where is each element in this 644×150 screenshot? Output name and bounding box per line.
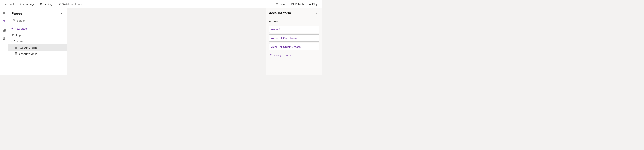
sidebar-item-account-view-label: Account view (19, 52, 37, 56)
sidebar-title: Pages (11, 12, 22, 16)
sidebar-tree: App ▾ Account Account form (8, 32, 67, 75)
form-item-account-quick-create[interactable]: Account Quick Create ⋮ (269, 43, 319, 50)
grid-icon (15, 52, 18, 56)
topbar-right: Save Publish ▶ Play (274, 2, 320, 7)
chevron-down-icon: ▾ (11, 40, 12, 43)
publish-button[interactable]: Publish (289, 2, 306, 7)
form-item-main-form[interactable]: main form ⋮ (269, 26, 319, 33)
sidebar: Pages × + New page (8, 9, 67, 75)
sidebar-item-account-group[interactable]: ▾ Account (8, 38, 67, 45)
rail-hamburger-icon[interactable] (1, 10, 8, 17)
save-icon (276, 2, 278, 6)
sidebar-item-app-label: App (16, 34, 21, 37)
back-button[interactable]: ← Back (2, 2, 17, 7)
form-item-account-card-form[interactable]: Account Card form ⋮ (269, 34, 319, 42)
right-panel-header: Account form › (266, 9, 322, 18)
svg-rect-26 (15, 54, 16, 55)
switch-icon: ↗ (58, 3, 61, 6)
svg-rect-7 (3, 21, 5, 23)
switch-to-classic-button[interactable]: ↗ Switch to classic (56, 2, 84, 7)
sidebar-item-account-label: Account (14, 40, 25, 43)
svg-rect-27 (16, 54, 17, 55)
sidebar-item-account-view[interactable]: Account view (8, 51, 67, 57)
rail-components-icon[interactable] (1, 27, 8, 34)
main-layout: Pages × + New page (0, 9, 322, 75)
form-item-account-card-form-menu-button[interactable]: ⋮ (313, 36, 317, 40)
search-box (11, 18, 64, 24)
form-item-main-form-menu-button[interactable]: ⋮ (313, 28, 317, 31)
svg-line-16 (15, 21, 15, 21)
app-icon (11, 33, 14, 37)
save-button[interactable]: Save (274, 2, 288, 7)
right-panel-body: Forms main form ⋮ Account Card form ⋮ Ac… (266, 18, 322, 60)
svg-rect-25 (16, 53, 17, 54)
svg-rect-11 (4, 29, 6, 30)
svg-rect-17 (12, 34, 14, 36)
svg-rect-12 (3, 30, 4, 32)
svg-rect-20 (15, 46, 17, 49)
plus-icon: + (11, 27, 13, 30)
search-input[interactable] (17, 19, 62, 22)
forms-section-label: Forms (269, 20, 319, 23)
topbar: ← Back + New page ⚙ Settings ↗ Switch to… (0, 0, 322, 9)
right-panel-title: Account form (269, 11, 291, 15)
right-panel-expand-button[interactable]: › (314, 11, 319, 16)
back-arrow-icon: ← (4, 3, 8, 6)
publish-icon (291, 2, 294, 6)
sidebar-close-button[interactable]: × (59, 11, 64, 16)
sidebar-item-app[interactable]: App (8, 32, 67, 38)
gear-icon: ⚙ (40, 3, 42, 6)
svg-rect-24 (15, 53, 16, 54)
rail-data-icon[interactable] (1, 35, 8, 42)
sidebar-header: Pages × (8, 9, 67, 18)
search-icon (13, 19, 16, 22)
rail-pages-icon[interactable] (1, 19, 8, 25)
play-button[interactable]: ▶ Play (307, 2, 320, 7)
svg-rect-10 (3, 29, 4, 30)
play-icon: ▶ (309, 3, 311, 6)
svg-rect-13 (4, 30, 6, 32)
form-item-main-form-label: main form (271, 28, 285, 31)
sidebar-item-account-form[interactable]: Account form (8, 45, 67, 51)
form-item-account-card-form-label: Account Card form (271, 37, 296, 40)
canvas (67, 9, 266, 75)
manage-forms-button[interactable]: Manage forms (269, 52, 319, 58)
new-page-sidebar-button[interactable]: + New page (8, 25, 67, 32)
svg-rect-1 (277, 3, 278, 4)
new-page-button[interactable]: + New page (18, 2, 37, 7)
settings-button[interactable]: ⚙ Settings (38, 2, 56, 7)
right-panel: Account form › Forms main form ⋮ Account… (266, 9, 322, 75)
form-item-account-quick-create-label: Account Quick Create (271, 45, 301, 49)
form-item-account-quick-create-menu-button[interactable]: ⋮ (313, 45, 317, 49)
svg-point-14 (3, 38, 5, 38)
plus-icon: + (20, 3, 21, 6)
icon-rail (0, 9, 8, 75)
doc-icon (15, 46, 18, 49)
sidebar-item-account-form-label: Account form (19, 46, 37, 49)
topbar-left: ← Back + New page ⚙ Settings ↗ Switch to… (2, 2, 273, 7)
pencil-icon (269, 53, 272, 57)
